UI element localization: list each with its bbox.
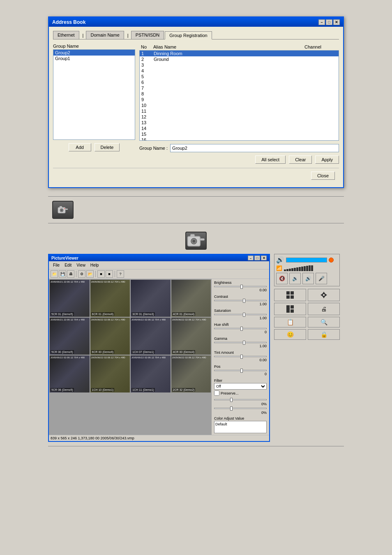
pv-menu-edit[interactable]: Edit — [62, 262, 74, 268]
pv-cell-10[interactable]: 2005/06/22 02:06:12 704 x 480 1CH 10 (De… — [90, 355, 130, 392]
picture-viewer-window: PictureViewer – □ ✕ File Edit View Help … — [48, 254, 270, 442]
copy-btn[interactable]: 📋 — [274, 317, 306, 327]
alias-table[interactable]: 1 Dinning Room 2 Ground 3 4 5 6 7 8 — [139, 50, 339, 141]
alias-row[interactable]: 16 — [140, 137, 339, 141]
pv-tool-help[interactable]: ? — [117, 270, 124, 278]
gamma-thumb[interactable] — [243, 341, 245, 345]
filter-select[interactable]: Off On — [214, 383, 267, 390]
alias-row[interactable]: 5 — [140, 74, 339, 79]
list-item[interactable]: Group2 — [53, 50, 135, 56]
pv-status-text: 839 x 565 x 246 1,373,180 00 2005/06/30/… — [51, 436, 134, 440]
tint-track[interactable] — [214, 356, 267, 357]
alias-row[interactable]: 8 — [140, 91, 339, 97]
arrow-keys-btn[interactable] — [308, 289, 340, 301]
mute-icon-btn[interactable]: 🔇 — [276, 273, 288, 284]
tab-domain-name[interactable]: Domain Name — [86, 31, 124, 39]
pv-cell-12[interactable]: 2005/06/22 02:06:12 704 x 480 2CR 32 (De… — [171, 355, 211, 392]
print-btn[interactable]: 🖨 — [308, 303, 340, 315]
saturation-thumb[interactable] — [243, 313, 245, 317]
camera-icon-button-1[interactable] — [52, 201, 74, 219]
pv-tool-folder[interactable]: 📂 — [86, 270, 94, 278]
add-button[interactable]: Add — [69, 143, 91, 151]
extra-slider-1[interactable] — [214, 399, 267, 400]
contrast-thumb[interactable] — [243, 299, 245, 303]
apply-button[interactable]: Apply — [315, 156, 339, 164]
pos-thumb[interactable] — [240, 369, 243, 373]
pv-cell-7[interactable]: 2005/06/22 02:06:12 704 x 480 1CH 07 (De… — [131, 318, 171, 355]
group-list[interactable]: Group2 Group1 — [53, 49, 135, 140]
pv-cell-11[interactable]: 2005/06/22 02:06:12 704 x 480 1CH 11 (De… — [131, 355, 171, 392]
tab-ethernet[interactable]: Ethernet — [53, 31, 79, 39]
alias-row[interactable]: 6 — [140, 79, 339, 85]
tab-pstn-isdn[interactable]: PSTN/ISDN — [131, 31, 164, 39]
gamma-track[interactable] — [214, 342, 267, 343]
pv-tool-2[interactable]: ■ — [106, 270, 113, 278]
filter-checkbox[interactable] — [214, 390, 219, 396]
lock-btn[interactable]: 🔒 — [308, 329, 340, 340]
pv-tool-open[interactable]: 📁 — [51, 270, 58, 278]
volume-down-btn[interactable]: 🔉 — [289, 273, 301, 284]
alias-row[interactable]: 15 — [140, 131, 339, 137]
pv-cell-3[interactable]: 3CR 01 (Demo3) — [131, 280, 171, 317]
contrast-value: 1.00 — [214, 302, 267, 306]
alias-row[interactable]: 11 — [140, 108, 339, 114]
pv-menu-file[interactable]: File — [51, 262, 62, 268]
alias-row[interactable]: 12 — [140, 114, 339, 120]
contrast-track[interactable] — [214, 300, 267, 301]
brightness-track[interactable] — [214, 286, 267, 287]
pv-cell-4[interactable]: 4CR 01 (Demo4) — [171, 280, 211, 317]
pv-tool-print[interactable]: 🖶 — [67, 270, 74, 278]
pv-minimize-btn[interactable]: – — [248, 255, 254, 260]
minimize-button[interactable]: – — [318, 19, 325, 25]
pv-cell-2[interactable]: 2005/06/22 02:06:12 704 x 480 6CR 01 (De… — [90, 280, 130, 317]
face-btn[interactable]: 😊 — [274, 329, 306, 340]
close-button-main[interactable]: Close — [311, 172, 335, 180]
camera-icon-button-2[interactable] — [185, 232, 207, 250]
tab-group-registration[interactable]: Group Registration — [165, 31, 212, 39]
alias-row[interactable]: 14 — [140, 125, 339, 131]
brightness-thumb[interactable] — [240, 285, 243, 289]
pv-tool-save[interactable]: 💾 — [59, 270, 66, 278]
pv-maximize-btn[interactable]: □ — [254, 255, 260, 260]
zoom-search-btn[interactable]: 🔍 — [308, 317, 340, 327]
alias-row[interactable]: 9 — [140, 97, 339, 102]
alias-row[interactable]: 1 Dinning Room — [140, 51, 339, 56]
extra-slider-2[interactable] — [214, 408, 267, 409]
maximize-button[interactable]: □ — [326, 19, 332, 25]
alias-row[interactable]: 4 — [140, 68, 339, 74]
mic-btn[interactable]: 🎤 — [316, 273, 327, 284]
pv-close-btn[interactable]: ✕ — [261, 255, 267, 260]
alias-row[interactable]: 3 — [140, 62, 339, 68]
pv-cell-1[interactable]: 2005/06/21 22:06:12 704 x 480 5CR 01 (De… — [50, 280, 90, 317]
alias-row[interactable]: 10 — [140, 102, 339, 108]
list-item[interactable]: Group1 — [53, 56, 135, 61]
extra-thumb-1[interactable] — [230, 398, 233, 402]
hue-thumb[interactable] — [240, 327, 243, 331]
all-select-button[interactable]: All select — [255, 156, 286, 164]
pv-cell-6[interactable]: 2005/06/22 02:06:12 704 x 480 6CR 00 (De… — [90, 318, 130, 355]
alias-row[interactable]: 13 — [140, 120, 339, 125]
alias-row[interactable]: 7 — [140, 85, 339, 91]
extra-thumb-2[interactable] — [230, 406, 233, 411]
grid4-btn[interactable] — [274, 289, 306, 301]
tint-thumb[interactable] — [240, 355, 243, 359]
delete-button[interactable]: Delete — [95, 143, 120, 151]
bar-4 — [291, 268, 293, 271]
group-name-input[interactable] — [170, 144, 339, 152]
alias-row[interactable]: 2 Ground — [140, 56, 339, 62]
pos-track[interactable] — [214, 370, 267, 371]
clear-button[interactable]: Clear — [289, 156, 312, 164]
hue-track[interactable] — [214, 328, 267, 329]
pv-cell-9[interactable]: 2005/06/22 02:06:12 704 x 480 5CR 08 (De… — [50, 355, 90, 392]
pv-menu-help[interactable]: Help — [88, 262, 101, 268]
pv-cell-8[interactable]: 2005/06/22 02:06:12 704 x 480 4CR 00 (De… — [171, 318, 211, 355]
pv-menu-view[interactable]: View — [74, 262, 88, 268]
close-button[interactable]: ✕ — [333, 19, 340, 25]
pv-cell-5[interactable]: 2005/06/21 22:06:12 704 x 480 5CR 00 (De… — [50, 318, 90, 355]
layout-btn[interactable] — [274, 303, 306, 315]
pv-tool-settings[interactable]: ⚙ — [78, 270, 85, 278]
pv-tool-1[interactable]: ■ — [97, 270, 105, 278]
title-bar-buttons: – □ ✕ — [318, 19, 340, 25]
volume-up-btn[interactable]: 🔊 — [302, 273, 314, 284]
saturation-track[interactable] — [214, 314, 267, 315]
